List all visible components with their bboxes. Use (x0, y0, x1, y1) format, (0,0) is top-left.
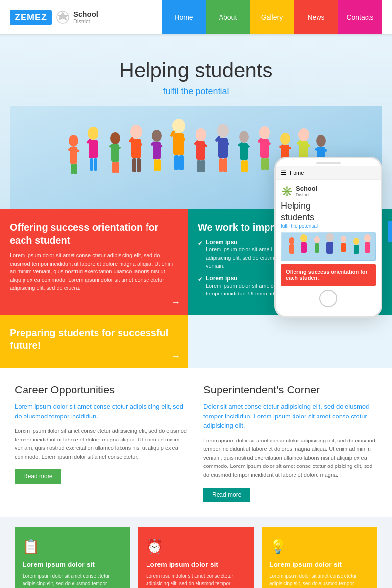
school-district: District (74, 18, 98, 24)
svg-rect-60 (261, 158, 265, 170)
hero-title: Helping students (10, 59, 382, 82)
nav-home[interactable]: Home (162, 0, 206, 34)
tile-orientation: Offering success orientation for each st… (0, 209, 188, 315)
svg-point-93 (364, 234, 371, 242)
checkmark-2-icon: ✔ (198, 276, 203, 283)
svg-rect-18 (112, 162, 116, 173)
hamburger-icon: ☰ (281, 169, 287, 176)
svg-rect-54 (241, 160, 245, 172)
card-super-readmore[interactable]: Read more (203, 488, 250, 502)
svg-point-44 (217, 124, 229, 138)
card-super-body: Lorem ipsum dolor sit amet conse ctetur … (203, 437, 377, 480)
school-logo-icon (56, 10, 70, 24)
svg-point-20 (130, 125, 142, 139)
card-career: Career Opportunities Lorem ipsum dolor s… (15, 383, 189, 502)
svg-rect-36 (174, 155, 179, 170)
svg-point-62 (280, 133, 290, 145)
nav-about[interactable]: About (206, 0, 250, 34)
hero-wrapper: Helping students fulfil the potential (0, 34, 392, 209)
nav-contacts[interactable]: Contacts (338, 0, 382, 34)
phone-hero-image (281, 232, 376, 261)
tile-red-body: Lorem ipsum dolor sit amet conse ctetur … (10, 251, 178, 292)
phone-hero-title-1: Helping (281, 201, 376, 211)
cards-section: Career Opportunities Lorem ipsum dolor s… (0, 368, 392, 517)
card-career-lead: Lorem ipsum dolor sit amet conse ctetur … (15, 402, 189, 421)
svg-point-74 (316, 135, 326, 147)
zemez-logo: ZEMEZ (10, 10, 52, 25)
phone-school-name: School (296, 185, 317, 192)
phone-speaker (316, 162, 341, 164)
phone-home-button[interactable] (319, 290, 337, 307)
phone-content: ✳️ School District Helping students fulf… (276, 180, 381, 316)
svg-rect-82 (289, 244, 294, 254)
svg-rect-25 (137, 158, 141, 172)
svg-point-8 (88, 127, 98, 140)
svg-rect-92 (354, 245, 359, 254)
svg-rect-9 (89, 140, 98, 158)
svg-rect-48 (219, 158, 223, 172)
icon-card-3-title: Lorem ipsum dolor sit (270, 561, 369, 568)
svg-rect-61 (265, 158, 269, 170)
svg-rect-42 (197, 160, 201, 172)
svg-point-2 (69, 135, 78, 147)
icon-card-1-body: Lorem ipsum dolor sit amet conse ctetur … (23, 572, 122, 588)
card-superintendent: Superintendent's Corner Dolor sit amet c… (203, 383, 377, 502)
phone-hero-subtitle: fulfil the potential (281, 223, 376, 229)
svg-rect-90 (341, 243, 346, 252)
phone-school-sub: District (296, 192, 317, 197)
card-career-title: Career Opportunities (15, 383, 189, 397)
hero-subtitle: fulfil the potential (10, 86, 382, 97)
svg-point-91 (353, 238, 359, 245)
svg-rect-94 (365, 242, 370, 253)
icon-card-2-title: Lorem ipsum dolor sit (146, 561, 246, 568)
svg-point-89 (341, 236, 346, 243)
svg-rect-86 (315, 243, 319, 253)
tiles-row-2: Preparing students for successful future… (0, 315, 392, 368)
svg-point-85 (314, 236, 320, 243)
icon-card-2-body: Lorem ipsum dolor sit amet conse ctetur … (146, 572, 246, 588)
svg-rect-6 (71, 164, 74, 174)
svg-point-38 (196, 128, 206, 141)
svg-rect-24 (132, 158, 136, 172)
icon-card-2: ⏰ Lorem ipsum dolor sit Lorem ipsum dolo… (138, 527, 254, 588)
svg-rect-88 (326, 242, 333, 254)
svg-point-68 (298, 128, 309, 141)
svg-rect-30 (154, 159, 157, 171)
svg-rect-19 (116, 162, 119, 173)
svg-point-14 (110, 132, 120, 144)
clipboard-icon: 📋 (23, 539, 122, 555)
clock-icon: ⏰ (146, 539, 246, 555)
tile-red-title: Offering success orientation for each st… (10, 221, 178, 246)
contact-us-tab[interactable]: contact us (388, 220, 392, 242)
main-nav: Home About Gallery News Contacts (162, 0, 382, 34)
card-career-readmore[interactable]: Read more (15, 469, 61, 484)
card-super-title: Superintendent's Corner (203, 383, 377, 397)
nav-news[interactable]: News (294, 0, 338, 34)
phone-nav-label: Home (290, 170, 304, 176)
svg-rect-31 (157, 159, 161, 171)
school-name: School (74, 10, 98, 19)
header: ZEMEZ School District Home About Gallery… (0, 0, 392, 34)
checkmark-1-icon: ✔ (198, 240, 203, 246)
svg-rect-37 (179, 155, 184, 170)
lightbulb-icon: 💡 (270, 539, 369, 555)
svg-rect-49 (223, 158, 227, 172)
tile-yellow-arrow[interactable]: → (172, 351, 180, 362)
icons-row: 📋 Lorem ipsum dolor sit Lorem ipsum dolo… (0, 517, 392, 588)
phone-logo-row: ✳️ School District (281, 185, 376, 197)
icon-card-3: 💡 Lorem ipsum dolor sit Lorem ipsum dolo… (262, 527, 377, 588)
svg-point-83 (300, 234, 307, 242)
icon-card-3-body: Lorem ipsum dolor sit amet conse ctetur … (270, 572, 369, 588)
svg-rect-13 (94, 158, 97, 171)
tile-preparing: Preparing students for successful future… (0, 315, 188, 368)
svg-rect-12 (90, 158, 93, 171)
card-career-body: Lorem ipsum dolor sit amet conse ctetur … (15, 427, 189, 461)
svg-rect-55 (245, 160, 248, 172)
phone-nav-bar: ☰ Home (276, 166, 381, 180)
svg-point-56 (259, 126, 270, 139)
phone-mockup: ☰ Home ✳️ School District Helping studen… (274, 157, 382, 318)
nav-gallery[interactable]: Gallery (250, 0, 294, 34)
tile-red-arrow[interactable]: → (172, 297, 180, 308)
phone-school-icon: ✳️ (281, 185, 293, 197)
svg-rect-7 (74, 164, 77, 174)
